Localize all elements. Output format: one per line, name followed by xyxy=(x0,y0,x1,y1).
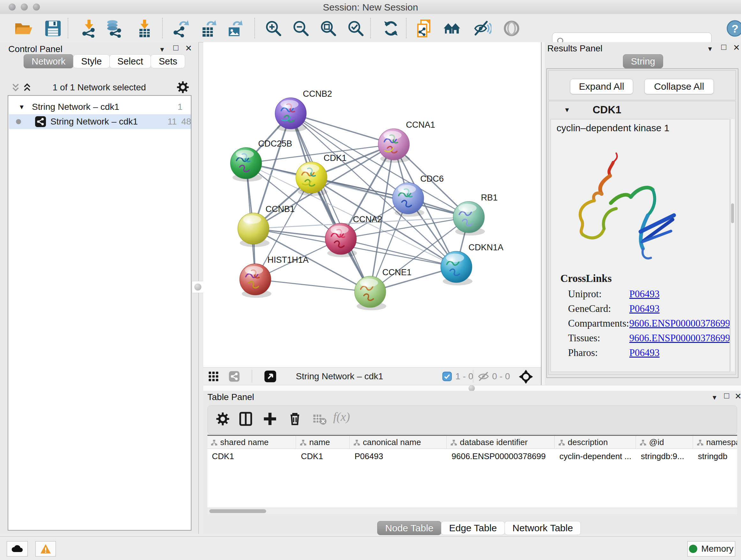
table-cell-0[interactable]: CDK1 xyxy=(212,449,294,463)
node-CDC6[interactable] xyxy=(393,183,424,217)
export-table-icon[interactable] xyxy=(199,19,218,38)
node-CCNA2[interactable] xyxy=(325,223,357,257)
tab-style[interactable]: Style xyxy=(73,54,110,68)
table-cell-1[interactable]: CDK1 xyxy=(301,449,347,463)
node-CDKN1A[interactable] xyxy=(441,251,473,286)
table-cell-5[interactable]: stringdb:9... xyxy=(641,449,691,463)
import-network-icon[interactable] xyxy=(80,19,98,38)
birdseye-view-icon[interactable] xyxy=(264,370,277,384)
edge-HIST1H1A-CCNE1[interactable] xyxy=(255,279,370,292)
create-column-icon[interactable] xyxy=(263,412,279,428)
tab-edge-table[interactable]: Edge Table xyxy=(441,521,505,535)
warning-button[interactable] xyxy=(36,541,56,557)
help-icon[interactable]: ? xyxy=(726,19,741,38)
node-table[interactable]: shared nameCDK1nameCDK1canonical nameP06… xyxy=(207,435,737,514)
column-header-6[interactable]: namespac xyxy=(693,436,737,449)
table-cell-4[interactable]: cyclin-dependent ... xyxy=(559,449,634,463)
tab-sets[interactable]: Sets xyxy=(151,54,185,68)
crosslink-pharos[interactable]: P06493 xyxy=(629,346,730,360)
delete-column-icon[interactable] xyxy=(287,412,304,428)
column-header-2[interactable]: canonical name xyxy=(350,436,447,449)
crosslink-tissues[interactable]: 9606.ENSP00000378699 xyxy=(629,331,730,346)
horizontal-splitter-handle[interactable] xyxy=(468,385,475,391)
panel-menu-icon[interactable]: ▼ xyxy=(707,45,713,53)
tab-select[interactable]: Select xyxy=(110,54,151,68)
zoom-selected-icon[interactable] xyxy=(347,19,365,38)
memory-button[interactable]: Memory xyxy=(687,541,735,557)
zoom-in-icon[interactable] xyxy=(264,19,283,38)
open-folder-icon[interactable] xyxy=(14,19,32,38)
crosslink-genecard[interactable]: P06493 xyxy=(629,301,730,316)
column-header-label: shared name xyxy=(220,437,269,447)
network-view-type-icon[interactable] xyxy=(228,371,240,383)
tree-expander-icon[interactable]: ▼ xyxy=(18,100,25,114)
column-header-0[interactable]: shared name xyxy=(207,436,296,449)
save-session-icon[interactable] xyxy=(44,19,62,38)
export-image-icon[interactable] xyxy=(226,19,244,38)
network-row[interactable]: String Network – cdk1 11 48 xyxy=(9,114,191,129)
crosslink-compartments[interactable]: 9606.ENSP00000378699 xyxy=(629,316,730,331)
tab-string[interactable]: String xyxy=(623,54,663,68)
table-hscrollbar[interactable] xyxy=(207,508,737,514)
node-label-CCNE1: CCNE1 xyxy=(382,267,412,277)
node-label-CCNA2: CCNA2 xyxy=(353,214,382,224)
node-CCNB2[interactable] xyxy=(275,98,307,132)
panel-float-icon[interactable]: □ xyxy=(721,43,726,51)
import-database-icon[interactable] xyxy=(105,19,123,38)
export-network-icon[interactable] xyxy=(172,19,191,38)
node-CCNB1[interactable] xyxy=(238,213,270,247)
table-cell-3[interactable]: 9606.ENSP00000378699 xyxy=(452,449,552,463)
houses-icon[interactable] xyxy=(443,19,461,38)
tab-network-table[interactable]: Network Table xyxy=(504,521,581,535)
collapse-all-button[interactable]: Collapse All xyxy=(644,79,714,94)
toolbar-separator xyxy=(370,18,371,38)
selected-checkbox-icon[interactable] xyxy=(442,372,452,382)
cloud-button[interactable] xyxy=(7,541,28,557)
column-header-label: description xyxy=(568,437,608,447)
show-columns-icon[interactable] xyxy=(239,412,254,428)
panel-float-icon[interactable]: □ xyxy=(173,44,179,52)
crosslink-uniprot[interactable]: P06493 xyxy=(629,287,730,301)
table-gear-icon[interactable] xyxy=(215,412,231,428)
results-scrollbar[interactable] xyxy=(731,119,735,371)
edge-CDK1-RB1[interactable] xyxy=(312,178,469,217)
panel-close-icon[interactable]: ✕ xyxy=(185,44,192,52)
title-bar: Session: New Session xyxy=(0,0,741,14)
column-header-4[interactable]: description xyxy=(555,436,636,449)
zoom-out-icon[interactable] xyxy=(292,19,310,38)
column-header-3[interactable]: database identifier xyxy=(447,436,555,449)
table-cell-2[interactable]: P06493 xyxy=(354,449,445,463)
hide-eye-icon[interactable] xyxy=(473,19,491,38)
network-options-gear-icon[interactable] xyxy=(176,80,190,95)
table-cell-6[interactable]: stringdb xyxy=(698,449,737,463)
import-table-icon[interactable] xyxy=(135,19,154,38)
refresh-icon[interactable] xyxy=(382,19,400,38)
node-CDK1[interactable] xyxy=(296,162,328,196)
edge-CCNB2-CCNE1[interactable] xyxy=(291,113,370,292)
panel-menu-icon[interactable]: ▼ xyxy=(159,45,165,54)
node-CCNA1[interactable] xyxy=(378,129,410,163)
column-header-5[interactable]: @id xyxy=(636,436,693,449)
panel-close-icon[interactable]: ✕ xyxy=(735,392,741,400)
section-expander-icon[interactable]: ▼ xyxy=(564,106,570,114)
network-canvas[interactable]: CCNB2CCNA1CDC25BCDK1CDC6RB1CCNB1CCNA2CDK… xyxy=(203,42,541,367)
zoom-fit-icon[interactable] xyxy=(319,19,338,38)
panel-close-icon[interactable]: ✕ xyxy=(733,44,740,52)
grid-view-icon[interactable] xyxy=(208,371,219,383)
fit-selected-crosshair-icon[interactable] xyxy=(519,369,533,385)
tab-node-table[interactable]: Node Table xyxy=(377,521,441,535)
node-CCNE1[interactable] xyxy=(354,276,387,310)
expand-all-button[interactable]: Expand All xyxy=(570,79,633,94)
gray-sphere-icon[interactable] xyxy=(502,19,518,38)
documents-share-icon[interactable] xyxy=(416,19,434,38)
column-header-label: namespac xyxy=(706,437,737,447)
node-HIST1H1A[interactable] xyxy=(240,264,272,298)
node-CDC25B[interactable] xyxy=(230,147,262,182)
network-collection-row[interactable]: ▼ String Network – cdk1 1 xyxy=(9,100,191,114)
panel-menu-icon[interactable]: ▼ xyxy=(711,393,718,401)
node-RB1[interactable] xyxy=(453,201,485,236)
panel-float-icon[interactable]: □ xyxy=(724,391,729,400)
column-header-1[interactable]: name xyxy=(296,436,350,449)
tab-network[interactable]: Network xyxy=(23,54,73,68)
left-splitter-handle[interactable] xyxy=(192,281,204,293)
